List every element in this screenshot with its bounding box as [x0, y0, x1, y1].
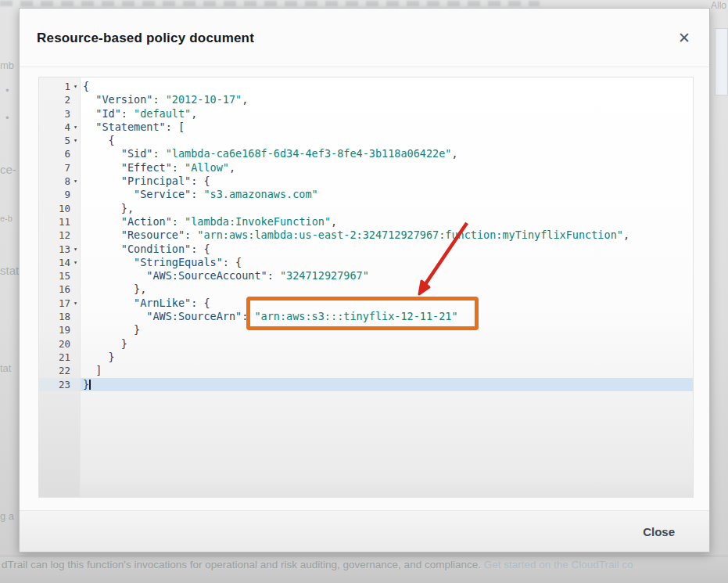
- code-text: "Id": "default",: [81, 107, 693, 121]
- code-text: "AWS:SourceAccount": "324712927967": [81, 269, 693, 283]
- line-number: 7: [39, 161, 81, 175]
- code-line[interactable]: 4▾ "Statement": [: [39, 121, 693, 134]
- line-number: 12: [39, 229, 81, 242]
- code-line[interactable]: 14▾ "StringEquals": {: [39, 256, 693, 269]
- code-line[interactable]: 21 }: [39, 351, 693, 364]
- line-number: 4▾: [39, 121, 81, 134]
- line-number: 22: [39, 364, 81, 377]
- line-number: 3: [39, 107, 81, 121]
- line-number: 8▾: [39, 175, 81, 188]
- code-line[interactable]: 19 }: [39, 323, 693, 336]
- background-text-fragment: mb: [0, 59, 14, 71]
- background-text-fragment: e-b: [0, 214, 13, 223]
- line-number: 19: [39, 323, 81, 336]
- line-number: 13▾: [39, 243, 81, 256]
- code-line[interactable]: 16 },: [39, 283, 693, 296]
- code-line[interactable]: 2 "Version": "2012-10-17",: [39, 93, 693, 106]
- background-cloudtrail-text: dTrail can log this function's invocatio…: [2, 559, 633, 570]
- code-text: "ArnLike": {: [81, 297, 693, 310]
- code-line[interactable]: 12 "Resource": "arn:aws:lambda:us-east-2…: [39, 229, 693, 242]
- code-line[interactable]: 10 },: [39, 202, 693, 215]
- background-text-fragment: stat: [0, 264, 19, 277]
- code-text: "Condition": {: [81, 243, 693, 256]
- background-text-fragment: g a: [0, 510, 14, 522]
- code-line[interactable]: 1▾{: [39, 80, 693, 93]
- fold-arrow-icon[interactable]: ▾: [70, 121, 81, 134]
- modal-header: Resource-based policy document ✕: [20, 9, 709, 67]
- code-text: {: [81, 80, 693, 93]
- code-line[interactable]: 23}: [39, 378, 693, 391]
- line-number: 1▾: [39, 80, 81, 93]
- background-text-fragment: ce-: [0, 163, 16, 176]
- code-line[interactable]: 6 "Sid": "lambda-ca6e168f-6d34-4ef3-8fe4…: [39, 147, 693, 160]
- background-cloudtrail-sentence: dTrail can log this function's invocatio…: [2, 559, 484, 570]
- code-text: }: [81, 351, 693, 364]
- code-line[interactable]: 3 "Id": "default",: [39, 107, 693, 121]
- background-text-fragment: Allo: [711, 0, 726, 11]
- close-icon[interactable]: ✕: [675, 29, 694, 48]
- modal-footer: Close: [20, 510, 709, 552]
- modal-title: Resource-based policy document: [37, 31, 254, 46]
- code-text: "Principal": {: [81, 175, 693, 188]
- background-cloudtrail-link: Get started on the CloudTrail co: [484, 559, 633, 570]
- background-text-fragment: •: [5, 85, 9, 96]
- line-number: 17▾: [39, 297, 81, 310]
- code-text: ]: [81, 364, 693, 377]
- code-line[interactable]: 5▾ {: [39, 134, 693, 147]
- line-number: 5▾: [39, 134, 81, 147]
- code-text: "StringEquals": {: [81, 256, 693, 269]
- line-number: 20: [39, 337, 81, 351]
- text-cursor: [89, 380, 91, 390]
- resource-policy-modal: Resource-based policy document ✕ 1▾{2 "V…: [19, 8, 710, 552]
- line-number: 16: [39, 283, 81, 296]
- line-number: 6: [39, 147, 81, 160]
- fold-arrow-icon[interactable]: ▾: [70, 134, 81, 147]
- code-line[interactable]: 13▾ "Condition": {: [39, 243, 693, 256]
- policy-code-editor[interactable]: 1▾{2 "Version": "2012-10-17",3 "Id": "de…: [38, 77, 694, 498]
- line-number: 9: [39, 188, 81, 201]
- code-line[interactable]: 11 "Action": "lambda:InvokeFunction",: [39, 215, 693, 229]
- background-panel-fragment: [715, 28, 728, 95]
- fold-arrow-icon[interactable]: ▾: [70, 175, 81, 188]
- fold-arrow-icon[interactable]: ▾: [70, 256, 81, 269]
- line-number: 2: [39, 93, 81, 106]
- code-text: "Action": "lambda:InvokeFunction",: [81, 215, 693, 229]
- fold-arrow-icon[interactable]: ▾: [70, 80, 81, 93]
- background-blurred-text: [0, 1, 540, 6]
- code-text: }: [81, 323, 693, 336]
- code-text: "Resource": "arn:aws:lambda:us-east-2:32…: [81, 229, 693, 242]
- close-button[interactable]: Close: [641, 522, 676, 542]
- code-text: "Effect": "Allow",: [81, 161, 693, 175]
- code-text: "AWS:SourceArn": "arn:aws:s3:::tinyflix-…: [81, 310, 693, 323]
- background-text-fragment: •: [5, 112, 9, 124]
- code-text: "Version": "2012-10-17",: [81, 93, 693, 106]
- code-line[interactable]: 17▾ "ArnLike": {: [39, 297, 693, 310]
- code-line[interactable]: 9 "Service": "s3.amazonaws.com": [39, 188, 693, 201]
- code-text: {: [81, 134, 693, 147]
- code-text: },: [81, 283, 693, 296]
- line-number: 11: [39, 215, 81, 229]
- background-divider: [0, 556, 728, 556]
- line-number: 18: [39, 310, 81, 323]
- code-lines: 1▾{2 "Version": "2012-10-17",3 "Id": "de…: [39, 77, 693, 391]
- line-number: 14▾: [39, 256, 81, 269]
- line-number: 15: [39, 269, 81, 283]
- code-line[interactable]: 7 "Effect": "Allow",: [39, 161, 693, 175]
- code-line[interactable]: 18 "AWS:SourceArn": "arn:aws:s3:::tinyfl…: [39, 310, 693, 323]
- code-text: "Statement": [: [81, 121, 693, 134]
- line-number: 21: [39, 351, 81, 364]
- code-line[interactable]: 15 "AWS:SourceAccount": "324712927967": [39, 269, 693, 283]
- line-number: 23: [39, 378, 81, 391]
- code-text: "Sid": "lambda-ca6e168f-6d34-4ef3-8fe4-3…: [81, 147, 693, 160]
- fold-arrow-icon[interactable]: ▾: [70, 243, 81, 256]
- code-text: },: [81, 202, 693, 215]
- code-text: }: [81, 337, 693, 351]
- background-text-fragment: tat: [0, 362, 11, 374]
- code-line[interactable]: 8▾ "Principal": {: [39, 175, 693, 188]
- code-text: }: [81, 378, 693, 391]
- code-line[interactable]: 20 }: [39, 337, 693, 351]
- code-line[interactable]: 22 ]: [39, 364, 693, 377]
- line-number: 10: [39, 202, 81, 215]
- fold-arrow-icon[interactable]: ▾: [70, 297, 81, 310]
- code-text: "Service": "s3.amazonaws.com": [81, 188, 693, 201]
